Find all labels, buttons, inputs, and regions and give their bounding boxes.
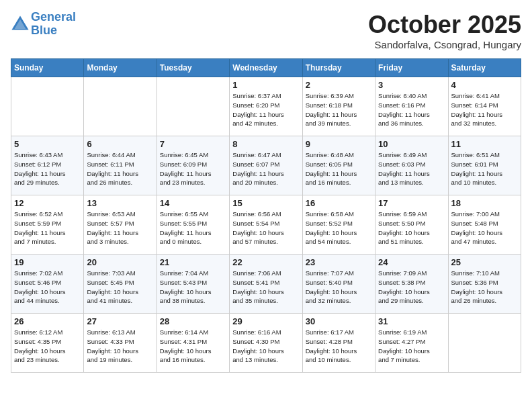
calendar-header-row: SundayMondayTuesdayWednesdayThursdayFrid… — [11, 59, 521, 77]
col-header-friday: Friday — [375, 59, 448, 77]
calendar-cell: 7Sunrise: 6:45 AM Sunset: 6:09 PM Daylig… — [157, 136, 229, 195]
day-info: Sunrise: 6:47 AM Sunset: 6:07 PM Dayligh… — [232, 150, 299, 187]
calendar-cell: 1Sunrise: 6:37 AM Sunset: 6:20 PM Daylig… — [230, 77, 302, 136]
calendar-cell: 13Sunrise: 6:53 AM Sunset: 5:57 PM Dayli… — [84, 195, 157, 255]
col-header-wednesday: Wednesday — [230, 59, 302, 77]
month-title: October 2025 — [368, 11, 521, 39]
calendar-cell: 28Sunrise: 6:14 AM Sunset: 4:31 PM Dayli… — [157, 314, 229, 373]
day-number: 12 — [14, 198, 81, 208]
day-number: 7 — [160, 139, 226, 149]
calendar-cell — [84, 77, 157, 136]
day-info: Sunrise: 6:37 AM Sunset: 6:20 PM Dayligh… — [232, 91, 299, 128]
day-number: 28 — [160, 316, 226, 326]
day-info: Sunrise: 6:51 AM Sunset: 6:01 PM Dayligh… — [451, 150, 518, 187]
title-block: October 2025 Sandorfalva, Csongrad, Hung… — [368, 11, 521, 50]
calendar-week-row: 12Sunrise: 6:52 AM Sunset: 5:59 PM Dayli… — [11, 195, 521, 255]
day-info: Sunrise: 6:39 AM Sunset: 6:18 PM Dayligh… — [306, 91, 372, 128]
col-header-monday: Monday — [84, 59, 157, 77]
day-info: Sunrise: 7:10 AM Sunset: 5:36 PM Dayligh… — [451, 269, 518, 306]
calendar-cell: 3Sunrise: 6:40 AM Sunset: 6:16 PM Daylig… — [375, 77, 448, 136]
calendar-cell: 20Sunrise: 7:03 AM Sunset: 5:45 PM Dayli… — [84, 255, 157, 314]
day-info: Sunrise: 7:06 AM Sunset: 5:41 PM Dayligh… — [232, 269, 299, 306]
day-info: Sunrise: 6:55 AM Sunset: 5:55 PM Dayligh… — [160, 210, 226, 246]
calendar-cell: 30Sunrise: 6:17 AM Sunset: 4:28 PM Dayli… — [302, 314, 375, 373]
day-number: 8 — [232, 139, 299, 149]
day-number: 31 — [378, 316, 445, 326]
day-info: Sunrise: 7:07 AM Sunset: 5:40 PM Dayligh… — [306, 269, 372, 306]
col-header-saturday: Saturday — [448, 59, 521, 77]
calendar-cell: 27Sunrise: 6:13 AM Sunset: 4:33 PM Dayli… — [84, 314, 157, 373]
col-header-thursday: Thursday — [302, 59, 375, 77]
day-info: Sunrise: 6:43 AM Sunset: 6:12 PM Dayligh… — [14, 150, 81, 187]
calendar-cell: 14Sunrise: 6:55 AM Sunset: 5:55 PM Dayli… — [157, 195, 229, 255]
day-number: 26 — [14, 316, 81, 326]
day-number: 2 — [306, 80, 372, 90]
day-info: Sunrise: 6:48 AM Sunset: 6:05 PM Dayligh… — [306, 150, 372, 187]
calendar-cell: 6Sunrise: 6:44 AM Sunset: 6:11 PM Daylig… — [84, 136, 157, 195]
calendar-cell: 19Sunrise: 7:02 AM Sunset: 5:46 PM Dayli… — [11, 255, 84, 314]
calendar-cell: 5Sunrise: 6:43 AM Sunset: 6:12 PM Daylig… — [11, 136, 84, 195]
day-number: 3 — [378, 80, 445, 90]
calendar-cell: 15Sunrise: 6:56 AM Sunset: 5:54 PM Dayli… — [230, 195, 302, 255]
calendar-cell: 12Sunrise: 6:52 AM Sunset: 5:59 PM Dayli… — [11, 195, 84, 255]
day-number: 19 — [14, 257, 81, 267]
day-info: Sunrise: 6:16 AM Sunset: 4:30 PM Dayligh… — [232, 328, 299, 365]
day-number: 23 — [306, 257, 372, 267]
day-number: 11 — [451, 139, 518, 149]
day-info: Sunrise: 6:17 AM Sunset: 4:28 PM Dayligh… — [306, 328, 372, 365]
calendar-cell — [11, 77, 84, 136]
calendar-cell: 25Sunrise: 7:10 AM Sunset: 5:36 PM Dayli… — [448, 255, 521, 314]
calendar-cell — [157, 77, 229, 136]
day-info: Sunrise: 7:00 AM Sunset: 5:48 PM Dayligh… — [451, 210, 518, 246]
logo: General Blue — [11, 11, 76, 38]
calendar-cell: 10Sunrise: 6:49 AM Sunset: 6:03 PM Dayli… — [375, 136, 448, 195]
calendar-cell: 24Sunrise: 7:09 AM Sunset: 5:38 PM Dayli… — [375, 255, 448, 314]
day-info: Sunrise: 7:03 AM Sunset: 5:45 PM Dayligh… — [87, 269, 153, 306]
day-number: 9 — [306, 139, 372, 149]
page-header: General Blue October 2025 Sandorfalva, C… — [11, 11, 521, 50]
calendar-cell: 2Sunrise: 6:39 AM Sunset: 6:18 PM Daylig… — [302, 77, 375, 136]
calendar-cell: 23Sunrise: 7:07 AM Sunset: 5:40 PM Dayli… — [302, 255, 375, 314]
logo-icon — [11, 15, 30, 34]
day-info: Sunrise: 6:12 AM Sunset: 4:35 PM Dayligh… — [14, 328, 81, 365]
calendar-week-row: 5Sunrise: 6:43 AM Sunset: 6:12 PM Daylig… — [11, 136, 521, 195]
calendar-cell: 9Sunrise: 6:48 AM Sunset: 6:05 PM Daylig… — [302, 136, 375, 195]
calendar-cell: 22Sunrise: 7:06 AM Sunset: 5:41 PM Dayli… — [230, 255, 302, 314]
calendar-cell: 21Sunrise: 7:04 AM Sunset: 5:43 PM Dayli… — [157, 255, 229, 314]
calendar-cell: 4Sunrise: 6:41 AM Sunset: 6:14 PM Daylig… — [448, 77, 521, 136]
day-number: 29 — [232, 316, 299, 326]
day-info: Sunrise: 7:02 AM Sunset: 5:46 PM Dayligh… — [14, 269, 81, 306]
day-info: Sunrise: 6:41 AM Sunset: 6:14 PM Dayligh… — [451, 91, 518, 128]
calendar-cell: 16Sunrise: 6:58 AM Sunset: 5:52 PM Dayli… — [302, 195, 375, 255]
day-info: Sunrise: 6:14 AM Sunset: 4:31 PM Dayligh… — [160, 328, 226, 365]
day-number: 27 — [87, 316, 153, 326]
day-number: 1 — [232, 80, 299, 90]
calendar-cell: 26Sunrise: 6:12 AM Sunset: 4:35 PM Dayli… — [11, 314, 84, 373]
calendar-week-row: 19Sunrise: 7:02 AM Sunset: 5:46 PM Dayli… — [11, 255, 521, 314]
day-info: Sunrise: 6:49 AM Sunset: 6:03 PM Dayligh… — [378, 150, 445, 187]
day-number: 15 — [232, 198, 299, 208]
day-info: Sunrise: 6:52 AM Sunset: 5:59 PM Dayligh… — [14, 210, 81, 246]
calendar-cell: 18Sunrise: 7:00 AM Sunset: 5:48 PM Dayli… — [448, 195, 521, 255]
day-info: Sunrise: 7:09 AM Sunset: 5:38 PM Dayligh… — [378, 269, 445, 306]
day-number: 22 — [232, 257, 299, 267]
col-header-sunday: Sunday — [11, 59, 84, 77]
calendar-cell: 8Sunrise: 6:47 AM Sunset: 6:07 PM Daylig… — [230, 136, 302, 195]
calendar-cell: 31Sunrise: 6:19 AM Sunset: 4:27 PM Dayli… — [375, 314, 448, 373]
day-info: Sunrise: 6:13 AM Sunset: 4:33 PM Dayligh… — [87, 328, 153, 365]
day-info: Sunrise: 6:40 AM Sunset: 6:16 PM Dayligh… — [378, 91, 445, 128]
logo-general: General — [31, 10, 76, 24]
day-info: Sunrise: 6:45 AM Sunset: 6:09 PM Dayligh… — [160, 150, 226, 187]
day-number: 24 — [378, 257, 445, 267]
day-number: 17 — [378, 198, 445, 208]
day-info: Sunrise: 6:59 AM Sunset: 5:50 PM Dayligh… — [378, 210, 445, 246]
day-number: 14 — [160, 198, 226, 208]
day-info: Sunrise: 7:04 AM Sunset: 5:43 PM Dayligh… — [160, 269, 226, 306]
calendar-table: SundayMondayTuesdayWednesdayThursdayFrid… — [11, 58, 521, 373]
calendar-cell — [448, 314, 521, 373]
day-number: 30 — [306, 316, 372, 326]
col-header-tuesday: Tuesday — [157, 59, 229, 77]
day-number: 5 — [14, 139, 81, 149]
day-info: Sunrise: 6:44 AM Sunset: 6:11 PM Dayligh… — [87, 150, 153, 187]
day-info: Sunrise: 6:56 AM Sunset: 5:54 PM Dayligh… — [232, 210, 299, 246]
